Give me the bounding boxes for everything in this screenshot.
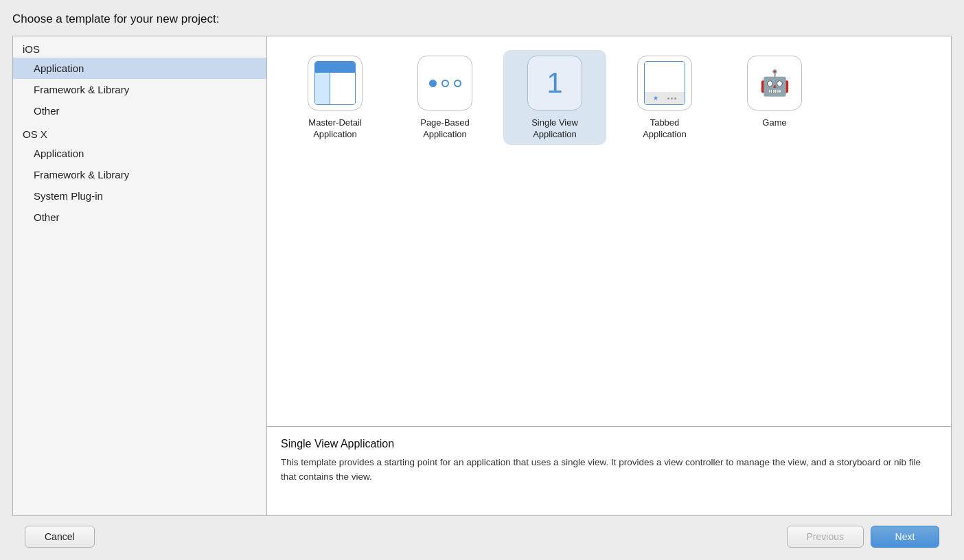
template-label-master-detail: Master-DetailApplication [308, 117, 361, 141]
game-graphic: 🤖 [759, 71, 790, 95]
sidebar-item-osx-other[interactable]: Other [13, 207, 266, 228]
bottom-bar: Cancel Previous Next [12, 516, 952, 560]
previous-button[interactable]: Previous [787, 526, 864, 548]
sidebar-group-osx: OS X [13, 121, 266, 143]
page-title: Choose a template for your new project: [12, 12, 952, 26]
sidebar-item-osx-framework[interactable]: Framework & Library [13, 164, 266, 185]
template-label-page-based: Page-BasedApplication [420, 117, 470, 141]
template-label-tabbed: TabbedApplication [643, 117, 687, 141]
sidebar-item-ios-framework[interactable]: Framework & Library [13, 79, 266, 100]
bottom-right-buttons: Previous Next [787, 526, 939, 548]
dot-filled [429, 80, 437, 87]
single-view-graphic: 1 [547, 69, 562, 97]
template-tabbed[interactable]: ★ TabbedApplication [613, 50, 716, 145]
content-area: Master-DetailApplication Page-BasedAppli… [267, 36, 951, 515]
next-button[interactable]: Next [871, 526, 939, 548]
template-icon-single-view: 1 [527, 56, 582, 110]
sidebar-item-ios-other[interactable]: Other [13, 100, 266, 121]
description-title: Single View Application [281, 438, 937, 450]
sidebar-item-ios-application[interactable]: Application [13, 58, 266, 79]
sidebar-item-osx-application[interactable]: Application [13, 143, 266, 164]
tabbed-graphic: ★ [644, 61, 685, 105]
description-panel: Single View Application This template pr… [267, 426, 951, 515]
page-based-graphic [429, 80, 461, 87]
tab-icon-dots [667, 97, 676, 100]
template-icon-page-based [417, 56, 472, 110]
main-panel: iOS Application Framework & Library Othe… [12, 36, 952, 516]
sidebar-group-ios: iOS [13, 36, 266, 58]
template-label-single-view: Single ViewApplication [531, 117, 578, 141]
dot-empty-1 [441, 80, 449, 87]
template-master-detail[interactable]: Master-DetailApplication [284, 50, 387, 145]
cancel-button[interactable]: Cancel [25, 526, 95, 548]
template-game[interactable]: 🤖 Game [723, 50, 826, 145]
sidebar-item-osx-plugin[interactable]: System Plug-in [13, 185, 266, 207]
template-icon-game: 🤖 [747, 56, 802, 110]
sidebar: iOS Application Framework & Library Othe… [13, 36, 267, 515]
tab-icon-star: ★ [653, 95, 658, 102]
dot-empty-2 [454, 80, 461, 87]
description-text: This template provides a starting point … [281, 456, 937, 485]
template-icon-tabbed: ★ [637, 56, 692, 110]
template-page-based[interactable]: Page-BasedApplication [393, 50, 496, 145]
template-label-game: Game [762, 117, 786, 129]
template-grid: Master-DetailApplication Page-BasedAppli… [267, 36, 951, 426]
template-icon-master-detail [308, 56, 363, 110]
master-detail-graphic [314, 61, 356, 105]
template-single-view[interactable]: 1 Single ViewApplication [503, 50, 606, 145]
